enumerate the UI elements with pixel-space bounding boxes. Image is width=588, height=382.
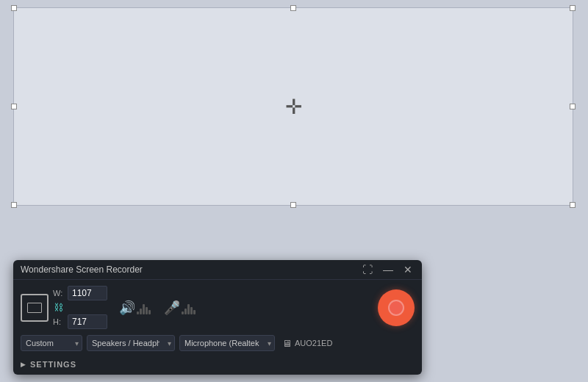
dimensions-section: W: ⛓ H: [53, 286, 107, 329]
panel-dropdowns: Custom 1920×1080 1280×720 800×600 Speake… [13, 335, 422, 357]
record-button-inner [388, 300, 404, 316]
display-name: AUO21ED [295, 339, 332, 347]
minimize-button[interactable]: — [381, 264, 395, 275]
speaker-bars [137, 301, 151, 314]
mic-bar-3 [187, 304, 190, 314]
speaker-select[interactable]: Speakers / Headpho... [87, 335, 175, 351]
display-icon: 🖥 [282, 338, 292, 349]
mic-bars [182, 301, 196, 314]
panel-title: Wondershare Screen Recorder [21, 264, 143, 275]
settings-arrow-icon: ▶ [21, 361, 26, 368]
mic-bar-5 [193, 310, 196, 314]
screen-size-icon [21, 294, 49, 322]
move-cursor-icon: ✛ [285, 95, 302, 119]
mic-section: 🎤 [164, 300, 196, 316]
recorder-panel: Wondershare Screen Recorder ⛶ — ✕ W: ⛓ H… [13, 260, 422, 375]
width-label: W: [53, 289, 65, 298]
handle-tm[interactable] [290, 5, 296, 11]
close-button[interactable]: ✕ [401, 264, 415, 275]
resolution-select[interactable]: Custom 1920×1080 1280×720 800×600 [21, 335, 82, 351]
height-label: H: [53, 317, 65, 326]
panel-body: W: ⛓ H: 🔊 🎤 [13, 280, 422, 335]
height-input[interactable] [68, 314, 107, 329]
fullscreen-button[interactable]: ⛶ [360, 264, 375, 275]
handle-tr[interactable] [570, 5, 576, 11]
speaker-icon[interactable]: 🔊 [119, 300, 135, 316]
handle-br[interactable] [570, 202, 576, 208]
selection-area[interactable]: ✛ [13, 7, 573, 206]
settings-label: SETTINGS [30, 360, 76, 369]
mic-select[interactable]: Microphone (Realtek... [179, 335, 275, 351]
screen-icon-inner [27, 303, 42, 313]
settings-row[interactable]: ▶ SETTINGS [13, 357, 422, 375]
audio-bar-2 [140, 309, 142, 314]
width-row: W: [53, 286, 107, 300]
link-icon: ⛓ [54, 302, 65, 313]
audio-bar-4 [146, 307, 148, 314]
audio-bar-1 [137, 311, 139, 314]
speaker-dropdown[interactable]: Speakers / Headpho... [87, 335, 175, 351]
mic-bar-4 [190, 307, 193, 314]
handle-lm[interactable] [11, 104, 17, 109]
height-row: H: [53, 314, 107, 329]
record-button[interactable] [378, 289, 415, 326]
mic-dropdown[interactable]: Microphone (Realtek... [179, 335, 275, 351]
handle-bm[interactable] [290, 202, 296, 208]
handle-rm[interactable] [570, 104, 576, 109]
mic-icon[interactable]: 🎤 [164, 300, 180, 316]
panel-titlebar: Wondershare Screen Recorder ⛶ — ✕ [13, 260, 422, 280]
handle-tl[interactable] [11, 5, 17, 11]
mic-bar-2 [184, 309, 187, 314]
speaker-section: 🔊 [119, 300, 151, 316]
mic-bar-1 [182, 311, 184, 314]
audio-bar-3 [143, 304, 145, 314]
handle-bl[interactable] [11, 202, 17, 208]
display-label: 🖥 AUO21ED [282, 338, 332, 349]
width-input[interactable] [68, 286, 107, 300]
link-row: ⛓ [53, 302, 107, 313]
titlebar-controls: ⛶ — ✕ [360, 264, 415, 275]
resolution-dropdown[interactable]: Custom 1920×1080 1280×720 800×600 [21, 335, 82, 351]
audio-bar-5 [148, 310, 151, 314]
